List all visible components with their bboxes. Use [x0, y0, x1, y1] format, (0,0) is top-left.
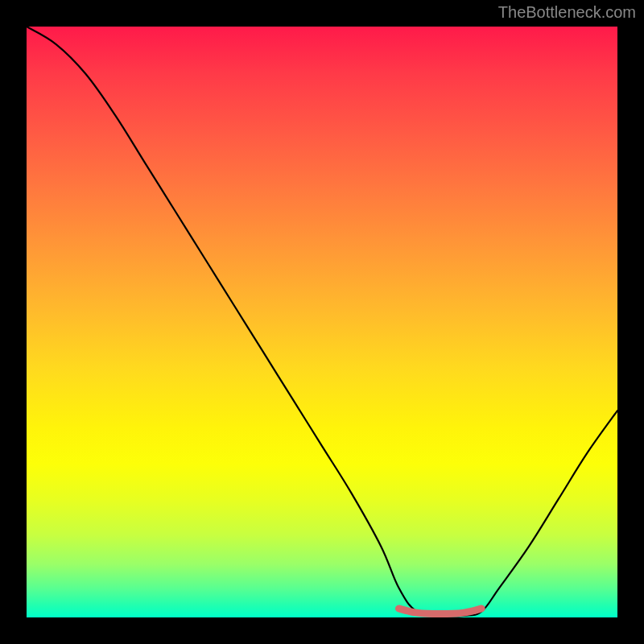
attribution-text: TheBottleneck.com	[498, 3, 636, 22]
optimal-range-marker-path	[398, 609, 481, 614]
chart-svg	[27, 27, 617, 617]
plot-area	[27, 27, 617, 617]
bottleneck-curve-path	[27, 27, 617, 616]
